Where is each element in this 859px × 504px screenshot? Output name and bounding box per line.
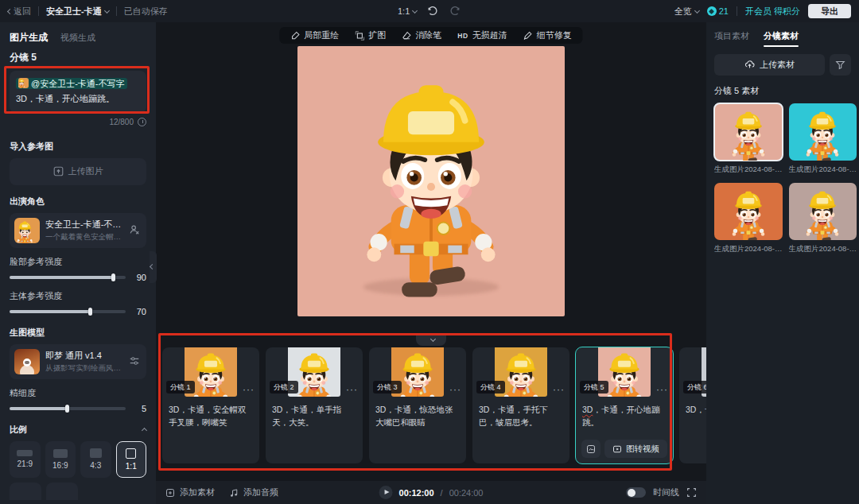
ratio-options-clipped[interactable] [10, 483, 146, 500]
fullscreen-icon[interactable] [686, 487, 697, 498]
frame-description[interactable]: 3D，卡通，惊恐地张大嘴巴和眼睛 [369, 397, 466, 429]
face-strength-value: 90 [132, 273, 146, 282]
storyboard-frame-2[interactable]: 分镜 2 ··· 3D，卡通，单手指天，大笑。 [266, 347, 363, 463]
asset-thumbnail-4[interactable]: 生成图片2024-08-… [789, 183, 857, 254]
frame-more-icon[interactable]: ··· [553, 384, 565, 395]
model-card[interactable]: 即梦 通用 v1.4 从摄影写实到绘画风格尽在掌握… [10, 344, 146, 379]
frame-badge: 分镜 4 [476, 381, 505, 394]
character-manage-icon[interactable] [129, 224, 140, 237]
character-name: 安全卫士-卡通-不写字 [45, 219, 123, 231]
tab-project-assets[interactable]: 项目素材 [714, 30, 749, 45]
prompt-input[interactable]: @安全卫士-卡通-不写字 3D，卡通，开心地蹦跳。 [10, 71, 146, 113]
image-to-video-button[interactable]: 图转视频 [604, 440, 667, 458]
eraser-button[interactable]: 消除笔 [394, 29, 449, 41]
body-strength-label: 主体参考强度 [10, 290, 146, 302]
asset-caption: 生成图片2024-08-… [714, 244, 783, 254]
character-mention-chip[interactable]: @安全卫士-卡通-不写字 [16, 78, 127, 89]
add-material-icon [165, 488, 175, 498]
asset-thumbnail-3[interactable]: 生成图片2024-08-… [714, 183, 783, 254]
timeline-label: 时间线 [653, 487, 679, 498]
frame-more-icon[interactable]: ··· [449, 384, 461, 395]
membership-promo-link[interactable]: 开会员 得积分 [745, 6, 800, 17]
pen-icon [523, 31, 533, 41]
model-thumbnail [14, 349, 40, 374]
divider [737, 6, 737, 16]
storyboard-frame-6[interactable]: 分镜 6 3D，卡通 [679, 347, 706, 463]
model-settings-icon[interactable] [129, 355, 140, 368]
asset-thumbnail-2[interactable]: 生成图片2024-08-… [789, 103, 857, 175]
outpaint-button[interactable]: 扩图 [347, 29, 394, 41]
divider [116, 6, 117, 16]
time-total: 00:24:00 [449, 488, 484, 498]
storyboard-frame-1[interactable]: 分镜 1 ··· 3D，卡通，安全帽双手叉腰，咧嘴笑 [162, 347, 259, 463]
collapse-ratio-icon[interactable] [142, 427, 147, 432]
eraser-icon [402, 31, 411, 41]
tab-shot-assets[interactable]: 分镜素材 [764, 30, 799, 45]
credits-balance[interactable]: 21 [707, 6, 729, 16]
inpaint-button[interactable]: 局部重绘 [282, 29, 347, 41]
generated-image-preview[interactable] [297, 46, 565, 316]
zoom-level-dropdown[interactable]: 1:1 [398, 6, 417, 16]
storyboard-frame-4[interactable]: 分镜 4 ··· 3D，卡通，手托下巴，皱眉思考。 [472, 347, 569, 463]
storyboard-frame-5-selected[interactable]: 分镜 5 ··· 3D，卡通，开心地蹦跳。 图转视频 [576, 347, 673, 463]
ratio-option-21-9[interactable]: 21:9 [10, 441, 41, 478]
project-title-dropdown[interactable]: 安全卫士-卡通 [46, 6, 109, 17]
canvas-area: 局部重绘 扩图 消除笔 HD 无损超清 细节修复 [156, 22, 706, 481]
undo-icon[interactable] [428, 6, 438, 17]
ratio-option-16-9[interactable]: 16:9 [45, 441, 76, 478]
frame-badge: 分镜 6 [683, 381, 706, 394]
add-audio-button[interactable]: 添加音频 [229, 487, 278, 498]
ratio-option-1-1[interactable]: 1:1 [116, 441, 147, 478]
storyboard-frame-3[interactable]: 分镜 3 ··· 3D，卡通，惊恐地张大嘴巴和眼睛 [369, 347, 466, 463]
upscale-button[interactable]: HD 无损超清 [449, 29, 515, 41]
char-counter: 12/800 [109, 118, 134, 126]
body-strength-slider[interactable] [10, 310, 126, 313]
autosave-status: 已自动保存 [124, 6, 168, 17]
filter-button[interactable] [830, 54, 851, 76]
upload-image-icon [53, 166, 64, 176]
frame-badge: 分镜 1 [166, 381, 195, 394]
back-button[interactable]: 返回 [8, 6, 31, 17]
face-strength-slider[interactable] [10, 276, 126, 279]
finesse-value: 5 [132, 404, 146, 413]
history-icon[interactable] [138, 118, 146, 126]
upload-asset-button[interactable]: 上传素材 [714, 54, 825, 76]
ratio-option-4-3[interactable]: 4:3 [80, 441, 111, 478]
frame-description[interactable]: 3D，卡通，开心地蹦跳。 [576, 397, 673, 429]
regenerate-image-button[interactable] [581, 440, 601, 458]
frame-more-icon[interactable]: ··· [346, 384, 358, 395]
play-button[interactable] [379, 486, 393, 499]
add-material-button[interactable]: 添加素材 [165, 487, 215, 498]
ratio-section-title: 比例 [10, 424, 27, 436]
app-window: 返回 安全卫士-卡通 已自动保存 1:1 全览 21 开会员 得积分 导出 图片… [0, 0, 859, 504]
image-to-video-icon [612, 444, 622, 454]
view-mode-dropdown[interactable]: 全览 [674, 6, 699, 17]
frame-description[interactable]: 3D，卡通 [679, 397, 706, 416]
shot-label: 分镜 5 [10, 51, 146, 64]
frame-more-icon[interactable]: ··· [656, 384, 668, 395]
bottom-bar: 添加素材 添加音频 00:12:00 / 00:24:00 时间线 [156, 481, 706, 504]
frame-more-icon[interactable]: ··· [243, 384, 255, 395]
redo-icon[interactable] [449, 6, 460, 17]
body-strength-value: 70 [132, 307, 146, 316]
asset-thumbnail-1-selected[interactable]: 生成图片2024-08-… [714, 103, 783, 175]
upload-image-button[interactable]: 上传图片 [10, 158, 146, 185]
model-description: 从摄影写实到绘画风格尽在掌握… [45, 363, 123, 374]
character-card[interactable]: 安全卫士-卡通-不写字 一个戴着黄色安全帽、橙色工作… [10, 213, 146, 248]
finesse-slider[interactable] [10, 407, 126, 410]
tab-video-generation[interactable]: 视频生成 [60, 32, 95, 44]
brush-icon [290, 31, 300, 41]
coin-icon [707, 6, 717, 16]
frame-description[interactable]: 3D，卡通，安全帽双手叉腰，咧嘴笑 [162, 397, 259, 429]
tab-image-generation[interactable]: 图片生成 [10, 31, 48, 45]
storyboard-strip: 分镜 1 ··· 3D，卡通，安全帽双手叉腰，咧嘴笑 分镜 2 ··· 3D，卡… [162, 347, 706, 463]
frame-description[interactable]: 3D，卡通，手托下巴，皱眉思考。 [472, 397, 569, 429]
frame-description[interactable]: 3D，卡通，单手指天，大笑。 [266, 397, 363, 429]
export-button[interactable]: 导出 [808, 4, 851, 18]
collapse-left-panel-handle[interactable] [150, 251, 157, 283]
collapse-storyboard-handle[interactable] [416, 335, 446, 346]
right-panel: 项目素材 分镜素材 上传素材 分镜 5 素材 生成图片2024-08-… 生成图… [706, 22, 859, 504]
timeline-toggle[interactable] [626, 487, 646, 498]
detail-fix-button[interactable]: 细节修复 [515, 29, 580, 41]
model-section-title: 生图模型 [10, 327, 146, 339]
